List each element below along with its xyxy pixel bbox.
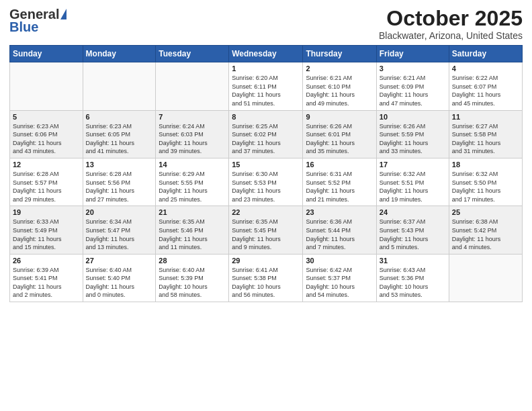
day-number: 22 <box>232 208 300 216</box>
month-title: October 2025 <box>379 7 523 30</box>
day-info: Sunrise: 6:37 AM Sunset: 5:43 PM Dayligh… <box>380 218 446 251</box>
logo: General Blue <box>9 7 66 35</box>
day-info: Sunrise: 6:38 AM Sunset: 5:42 PM Dayligh… <box>452 218 519 251</box>
day-info: Sunrise: 6:27 AM Sunset: 5:58 PM Dayligh… <box>452 122 519 156</box>
day-info: Sunrise: 6:32 AM Sunset: 5:51 PM Dayligh… <box>380 170 446 203</box>
page-header: General Blue October 2025 Blackwater, Ar… <box>9 7 523 41</box>
calendar-cell: 21Sunrise: 6:35 AM Sunset: 5:46 PM Dayli… <box>156 206 229 254</box>
calendar-cell <box>449 254 522 302</box>
location: Blackwater, Arizona, United States <box>379 30 523 41</box>
day-info: Sunrise: 6:40 AM Sunset: 5:40 PM Dayligh… <box>86 266 153 300</box>
day-number: 7 <box>159 113 226 121</box>
calendar-cell: 2Sunrise: 6:21 AM Sunset: 6:10 PM Daylig… <box>303 62 376 110</box>
calendar-cell: 7Sunrise: 6:24 AM Sunset: 6:03 PM Daylig… <box>156 110 229 158</box>
col-tuesday: Tuesday <box>156 46 229 62</box>
calendar-cell: 27Sunrise: 6:40 AM Sunset: 5:40 PM Dayli… <box>83 254 156 302</box>
calendar-cell: 1Sunrise: 6:20 AM Sunset: 6:11 PM Daylig… <box>229 62 303 110</box>
day-number: 5 <box>13 113 80 121</box>
calendar-cell: 26Sunrise: 6:39 AM Sunset: 5:41 PM Dayli… <box>10 254 83 302</box>
day-number: 24 <box>380 208 446 216</box>
calendar-table: Sunday Monday Tuesday Wednesday Thursday… <box>9 45 523 302</box>
day-info: Sunrise: 6:22 AM Sunset: 6:07 PM Dayligh… <box>452 74 519 107</box>
calendar-cell: 22Sunrise: 6:35 AM Sunset: 5:45 PM Dayli… <box>229 206 303 254</box>
calendar-cell: 9Sunrise: 6:26 AM Sunset: 6:01 PM Daylig… <box>303 110 376 158</box>
day-number: 10 <box>380 113 446 121</box>
calendar-cell: 18Sunrise: 6:32 AM Sunset: 5:50 PM Dayli… <box>449 158 522 205</box>
day-info: Sunrise: 6:32 AM Sunset: 5:50 PM Dayligh… <box>452 170 519 203</box>
day-number: 3 <box>380 64 446 73</box>
calendar-cell: 28Sunrise: 6:40 AM Sunset: 5:39 PM Dayli… <box>156 254 229 302</box>
day-number: 21 <box>159 208 226 216</box>
day-info: Sunrise: 6:36 AM Sunset: 5:44 PM Dayligh… <box>306 218 373 251</box>
day-info: Sunrise: 6:43 AM Sunset: 5:36 PM Dayligh… <box>380 266 446 300</box>
day-number: 26 <box>13 257 80 265</box>
calendar-week-4: 19Sunrise: 6:33 AM Sunset: 5:49 PM Dayli… <box>10 206 523 254</box>
day-number: 19 <box>13 208 80 216</box>
title-area: October 2025 Blackwater, Arizona, United… <box>379 7 523 41</box>
col-friday: Friday <box>376 46 449 62</box>
day-number: 28 <box>159 257 226 265</box>
day-info: Sunrise: 6:24 AM Sunset: 6:03 PM Dayligh… <box>159 122 226 156</box>
day-number: 2 <box>306 64 373 73</box>
day-info: Sunrise: 6:35 AM Sunset: 5:45 PM Dayligh… <box>232 218 300 251</box>
calendar-cell: 3Sunrise: 6:21 AM Sunset: 6:09 PM Daylig… <box>376 62 449 110</box>
day-number: 23 <box>306 208 373 216</box>
col-saturday: Saturday <box>449 46 522 62</box>
day-info: Sunrise: 6:31 AM Sunset: 5:52 PM Dayligh… <box>306 170 373 203</box>
calendar-cell: 13Sunrise: 6:28 AM Sunset: 5:56 PM Dayli… <box>83 158 156 205</box>
day-info: Sunrise: 6:41 AM Sunset: 5:38 PM Dayligh… <box>232 266 300 300</box>
logo-blue: Blue <box>9 19 38 35</box>
day-info: Sunrise: 6:29 AM Sunset: 5:55 PM Dayligh… <box>159 170 226 203</box>
day-info: Sunrise: 6:34 AM Sunset: 5:47 PM Dayligh… <box>86 218 153 251</box>
calendar-cell: 24Sunrise: 6:37 AM Sunset: 5:43 PM Dayli… <box>376 206 449 254</box>
calendar-week-3: 12Sunrise: 6:28 AM Sunset: 5:57 PM Dayli… <box>10 158 523 205</box>
day-info: Sunrise: 6:39 AM Sunset: 5:41 PM Dayligh… <box>13 266 80 300</box>
day-number: 29 <box>232 257 300 265</box>
calendar-week-2: 5Sunrise: 6:23 AM Sunset: 6:06 PM Daylig… <box>10 110 523 158</box>
day-info: Sunrise: 6:28 AM Sunset: 5:57 PM Dayligh… <box>13 170 80 203</box>
day-number: 14 <box>159 161 226 169</box>
calendar-cell: 25Sunrise: 6:38 AM Sunset: 5:42 PM Dayli… <box>449 206 522 254</box>
calendar-cell: 14Sunrise: 6:29 AM Sunset: 5:55 PM Dayli… <box>156 158 229 205</box>
calendar-cell: 11Sunrise: 6:27 AM Sunset: 5:58 PM Dayli… <box>449 110 522 158</box>
day-number: 20 <box>86 208 153 216</box>
calendar-cell: 5Sunrise: 6:23 AM Sunset: 6:06 PM Daylig… <box>10 110 83 158</box>
day-number: 15 <box>232 161 300 169</box>
calendar-cell: 12Sunrise: 6:28 AM Sunset: 5:57 PM Dayli… <box>10 158 83 205</box>
calendar-cell: 6Sunrise: 6:23 AM Sunset: 6:05 PM Daylig… <box>83 110 156 158</box>
day-info: Sunrise: 6:42 AM Sunset: 5:37 PM Dayligh… <box>306 266 373 300</box>
day-number: 31 <box>380 257 446 265</box>
calendar-cell: 15Sunrise: 6:30 AM Sunset: 5:53 PM Dayli… <box>229 158 303 205</box>
calendar-cell: 10Sunrise: 6:26 AM Sunset: 5:59 PM Dayli… <box>376 110 449 158</box>
day-number: 25 <box>452 208 519 216</box>
day-info: Sunrise: 6:33 AM Sunset: 5:49 PM Dayligh… <box>13 218 80 251</box>
day-info: Sunrise: 6:21 AM Sunset: 6:10 PM Dayligh… <box>306 74 373 107</box>
calendar-cell: 23Sunrise: 6:36 AM Sunset: 5:44 PM Dayli… <box>303 206 376 254</box>
calendar-cell: 4Sunrise: 6:22 AM Sunset: 6:07 PM Daylig… <box>449 62 522 110</box>
day-number: 13 <box>86 161 153 169</box>
day-number: 18 <box>452 161 519 169</box>
col-thursday: Thursday <box>303 46 376 62</box>
day-number: 6 <box>86 113 153 121</box>
day-info: Sunrise: 6:40 AM Sunset: 5:39 PM Dayligh… <box>159 266 226 300</box>
calendar-cell <box>83 62 156 110</box>
col-wednesday: Wednesday <box>229 46 303 62</box>
calendar-cell: 16Sunrise: 6:31 AM Sunset: 5:52 PM Dayli… <box>303 158 376 205</box>
day-number: 12 <box>13 161 80 169</box>
calendar-cell <box>156 62 229 110</box>
calendar-week-5: 26Sunrise: 6:39 AM Sunset: 5:41 PM Dayli… <box>10 254 523 302</box>
day-info: Sunrise: 6:30 AM Sunset: 5:53 PM Dayligh… <box>232 170 300 203</box>
calendar-cell: 19Sunrise: 6:33 AM Sunset: 5:49 PM Dayli… <box>10 206 83 254</box>
day-info: Sunrise: 6:21 AM Sunset: 6:09 PM Dayligh… <box>380 74 446 107</box>
page-container: General Blue October 2025 Blackwater, Ar… <box>0 0 532 309</box>
day-info: Sunrise: 6:23 AM Sunset: 6:06 PM Dayligh… <box>13 122 80 156</box>
day-info: Sunrise: 6:28 AM Sunset: 5:56 PM Dayligh… <box>86 170 153 203</box>
calendar-week-1: 1Sunrise: 6:20 AM Sunset: 6:11 PM Daylig… <box>10 62 523 110</box>
calendar-cell: 31Sunrise: 6:43 AM Sunset: 5:36 PM Dayli… <box>376 254 449 302</box>
day-number: 8 <box>232 113 300 121</box>
day-info: Sunrise: 6:20 AM Sunset: 6:11 PM Dayligh… <box>232 74 300 107</box>
col-sunday: Sunday <box>10 46 83 62</box>
day-number: 27 <box>86 257 153 265</box>
day-info: Sunrise: 6:23 AM Sunset: 6:05 PM Dayligh… <box>86 122 153 156</box>
calendar-cell: 20Sunrise: 6:34 AM Sunset: 5:47 PM Dayli… <box>83 206 156 254</box>
